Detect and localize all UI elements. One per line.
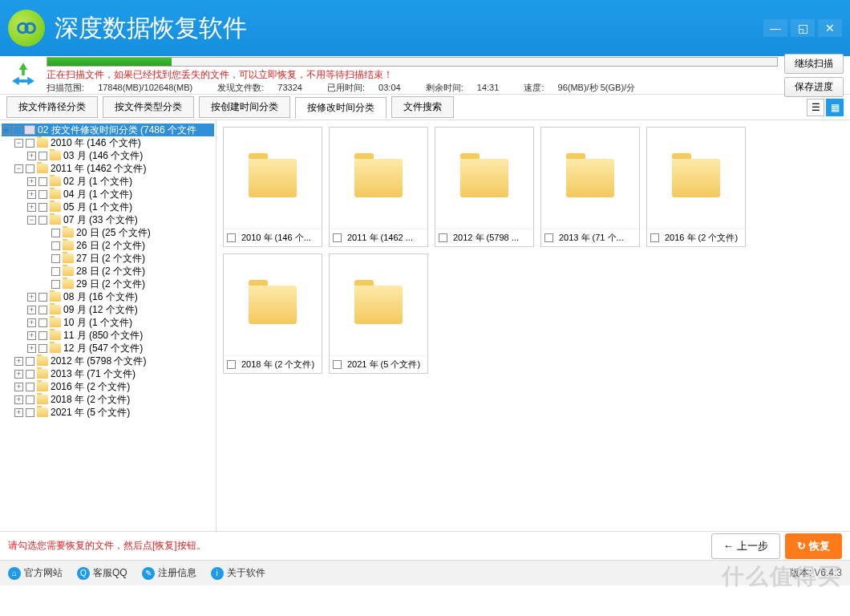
link-website[interactable]: ⌂官方网站 [8,566,63,580]
thumb-label: 2021 年 (5 个文件) [347,359,420,371]
folder-thumb[interactable]: 2011 年 (1462 ... [329,127,428,247]
hint-text: 请勾选您需要恢复的文件，然后点[恢复]按钮。 [8,539,706,553]
thumb-checkbox[interactable] [650,233,659,242]
tree-node[interactable]: +11 月 (850 个文件) [2,329,214,342]
thumb-label: 2011 年 (1462 ... [347,232,413,244]
folder-thumb[interactable]: 2013 年 (71 个... [540,127,640,247]
thumb-label: 2013 年 (71 个... [559,232,624,244]
save-progress-button[interactable]: 保存进度 [784,77,844,97]
thumb-checkbox[interactable] [227,360,236,369]
folder-icon [354,159,403,197]
continue-scan-button[interactable]: 继续扫描 [784,54,844,74]
tab-type[interactable]: 按文件类型分类 [103,96,194,118]
minimize-button[interactable]: — [763,19,787,37]
link-qq[interactable]: Q客服QQ [77,566,128,580]
maximize-button[interactable]: ◱ [791,19,815,37]
category-tabs: 按文件路径分类 按文件类型分类 按创建时间分类 按修改时间分类 文件搜索 ☰ ▦ [0,95,850,120]
folder-icon [672,159,720,197]
tree-node[interactable]: +05 月 (1 个文件) [2,201,214,213]
thumb-checkbox[interactable] [227,233,236,242]
tree-node[interactable]: 26 日 (2 个文件) [2,239,214,252]
folder-thumb[interactable]: 2021 年 (5 个文件) [329,253,428,374]
tree-node[interactable]: +12 月 (547 个文件) [2,342,214,355]
tree-node[interactable]: +2018 年 (2 个文件) [2,393,214,406]
tree-node[interactable]: +03 月 (146 个文件) [2,149,214,162]
thumb-label: 2010 年 (146 个... [241,232,311,244]
tab-modified[interactable]: 按修改时间分类 [295,97,387,119]
thumb-label: 2018 年 (2 个文件) [241,359,314,371]
tree-node[interactable]: −07 月 (33 个文件) [2,213,214,226]
tree-node[interactable]: +2012 年 (5798 个文件) [2,355,214,367]
recycle-icon [6,59,40,92]
info-icon: i [211,567,224,580]
tree-node[interactable]: +08 月 (16 个文件) [2,290,214,303]
recover-button[interactable]: ↻ 恢复 [785,533,842,559]
folder-icon [460,159,508,197]
tree-node[interactable]: −2010 年 (146 个文件) [2,136,214,149]
tree-node[interactable]: 20 日 (25 个文件) [2,226,214,239]
folder-thumb[interactable]: 2018 年 (2 个文件) [223,253,322,374]
folder-icon [249,159,297,197]
home-icon: ⌂ [8,567,21,580]
scan-notice: 正在扫描文件，如果已经找到您丢失的文件，可以立即恢复，不用等待扫描结束！ [47,68,778,82]
thumb-label: 2012 年 (5798 ... [453,232,519,244]
tree-node[interactable]: +09 月 (12 个文件) [2,303,214,316]
link-register[interactable]: ✎注册信息 [142,566,196,580]
grid-view-button[interactable]: ▦ [826,99,844,116]
tree-node[interactable]: −2011 年 (1462 个文件) [2,162,214,175]
list-view-button[interactable]: ☰ [807,99,824,116]
tree-node[interactable]: +02 月 (1 个文件) [2,175,214,188]
scan-progress-bar [47,57,778,67]
tab-search[interactable]: 文件搜索 [391,96,454,118]
folder-icon [249,286,297,324]
app-logo [8,10,45,47]
scan-stats: 扫描范围: 17848(MB)/102648(MB) 发现文件数: 73324 … [47,82,778,94]
folder-thumb[interactable]: 2012 年 (5798 ... [435,127,534,247]
tree-node[interactable]: 27 日 (2 个文件) [2,252,214,265]
tab-created[interactable]: 按创建时间分类 [199,96,290,118]
tree-node[interactable]: +2016 年 (2 个文件) [2,380,214,393]
folder-icon [566,159,614,197]
scan-status-bar: 正在扫描文件，如果已经找到您丢失的文件，可以立即恢复，不用等待扫描结束！ 扫描范… [0,56,850,95]
close-button[interactable]: ✕ [818,19,842,37]
tab-path[interactable]: 按文件路径分类 [6,96,98,118]
folder-icon [354,286,403,324]
hint-bar: 请勾选您需要恢复的文件，然后点[恢复]按钮。 ← 上一步 ↻ 恢复 [0,531,850,560]
tree-node[interactable]: +2013 年 (71 个文件) [2,367,214,380]
thumb-checkbox[interactable] [333,360,342,369]
thumb-checkbox[interactable] [439,233,447,242]
folder-tree[interactable]: −02 按文件修改时间分类 (7486 个文件 −2010 年 (146 个文件… [0,120,217,531]
thumb-label: 2016 年 (2 个文件) [665,232,738,244]
app-title: 深度数据恢复软件 [55,12,760,45]
file-grid: 2010 年 (146 个...2011 年 (1462 ...2012 年 (… [217,120,850,531]
tree-node[interactable]: +2021 年 (5 个文件) [2,406,214,419]
folder-thumb[interactable]: 2010 年 (146 个... [223,127,322,247]
title-bar: 深度数据恢复软件 — ◱ ✕ [0,0,850,56]
tree-node[interactable]: +04 月 (1 个文件) [2,188,214,201]
version-label: 版本: V6.4.3 [790,566,842,580]
register-icon: ✎ [142,567,155,580]
tree-node[interactable]: +10 月 (1 个文件) [2,316,214,329]
thumb-checkbox[interactable] [333,233,342,242]
link-about[interactable]: i关于软件 [211,566,265,580]
thumb-checkbox[interactable] [544,233,553,242]
prev-button[interactable]: ← 上一步 [711,533,780,559]
folder-thumb[interactable]: 2016 年 (2 个文件) [646,127,746,247]
tree-node[interactable]: 28 日 (2 个文件) [2,265,214,278]
qq-icon: Q [77,567,90,580]
tree-node[interactable]: 29 日 (2 个文件) [2,278,214,290]
footer-bar: ⌂官方网站 Q客服QQ ✎注册信息 i关于软件 版本: V6.4.3 [0,560,850,586]
tree-root[interactable]: −02 按文件修改时间分类 (7486 个文件 [2,124,214,136]
